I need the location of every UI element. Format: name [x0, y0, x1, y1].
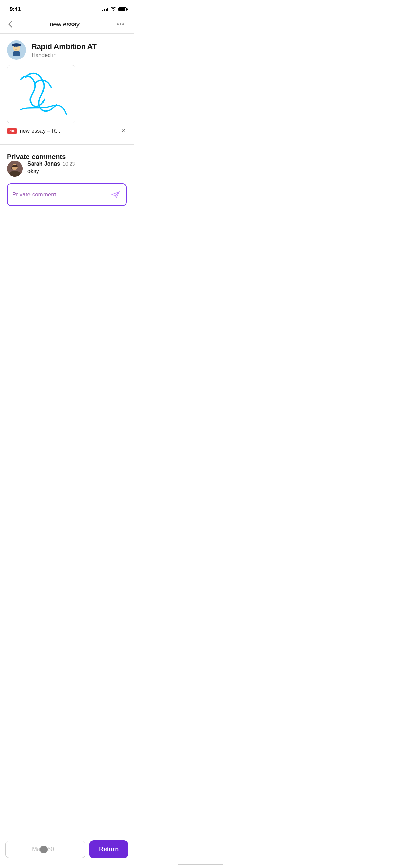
document-preview[interactable]: [7, 65, 75, 123]
battery-icon: [118, 7, 127, 11]
pdf-badge: PDF: [7, 128, 17, 134]
back-button[interactable]: [5, 19, 15, 29]
comment-input-container: [7, 183, 127, 206]
status-icons: [102, 7, 127, 12]
comment-text: okay: [27, 168, 75, 174]
comment-time: 10:23: [63, 161, 75, 167]
student-avatar: [7, 40, 26, 60]
private-comment-input[interactable]: [12, 191, 110, 198]
commenter-avatar: [7, 161, 23, 177]
document-filename: new essay – R...: [20, 128, 118, 134]
student-info: Rapid Ambition AT Handed in: [0, 34, 134, 65]
document-preview-container: PDF new essay – R... ×: [0, 65, 134, 140]
comment-body: Sarah Jonas 10:23 okay: [27, 161, 75, 174]
svg-point-5: [14, 45, 15, 47]
status-bar: 9:41: [0, 0, 134, 16]
private-comments-section: Private comments Sarah Jonas 10:23 okay: [0, 149, 134, 177]
nav-bar: new essay: [0, 16, 134, 34]
student-name: Rapid Ambition AT: [32, 42, 97, 51]
wifi-icon: [110, 7, 116, 12]
section-divider: [0, 144, 134, 145]
document-close-button[interactable]: ×: [120, 127, 127, 135]
student-status: Handed in: [32, 52, 97, 58]
comment-header: Sarah Jonas 10:23: [27, 161, 75, 167]
page-title: new essay: [50, 21, 80, 28]
section-title: Private comments: [7, 153, 66, 160]
more-button[interactable]: [114, 22, 127, 26]
send-comment-button[interactable]: [110, 190, 121, 200]
svg-rect-3: [12, 44, 21, 46]
status-time: 9:41: [10, 6, 21, 13]
svg-rect-4: [13, 51, 20, 56]
comment-item: Sarah Jonas 10:23 okay: [7, 161, 127, 177]
student-details: Rapid Ambition AT Handed in: [32, 42, 97, 58]
comment-author: Sarah Jonas: [27, 161, 60, 167]
document-label-row: PDF new essay – R... ×: [7, 123, 127, 137]
signal-icon: [102, 7, 108, 11]
